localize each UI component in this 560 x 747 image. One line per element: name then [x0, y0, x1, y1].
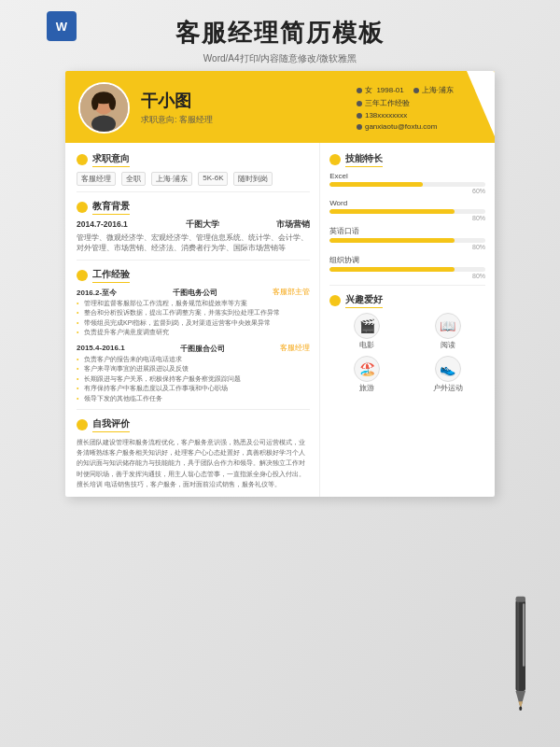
work-item: 有序保持客户中客服态度以及工作事项和中心职场: [77, 384, 310, 394]
contact-phone: 138xxxxxxxx: [357, 111, 407, 120]
skill-pct-english: 80%: [329, 244, 485, 250]
contact-row-3: 138xxxxxxxx: [357, 111, 454, 120]
section-work-heading: 工作经验: [77, 268, 310, 283]
svg-point-11: [519, 707, 522, 712]
section-icon-work: [77, 270, 88, 281]
hobby-label-movie: 电影: [359, 341, 374, 350]
intent-tag-salary: 5K-6K: [198, 172, 228, 186]
movie-icon: 🎬: [354, 313, 380, 339]
skill-pct-word: 80%: [329, 215, 485, 221]
skill-bar-fill-excel: [329, 182, 423, 187]
skill-pct-coord: 80%: [329, 273, 485, 279]
work-list-1: 管理和监督客服部位工作流程，服务规范和提效率等方案 整合和分析投诉数据，提出工作…: [77, 299, 310, 338]
work-role-1: 客服部主管: [273, 288, 310, 298]
skill-bar-fill-english: [329, 238, 454, 243]
edu-period: 2014.7-2016.1: [77, 219, 128, 231]
resume-card: 干小图 求职意向: 客服经理 女 1998-01 上海·浦东: [65, 71, 495, 497]
work-company-1: 千图电务公司: [173, 288, 217, 298]
divider-1: [77, 191, 310, 192]
contact-section: 女 1998-01 上海·浦东 三年工作经验: [357, 85, 454, 131]
section-title-work: 工作经验: [92, 268, 130, 283]
hobby-grid: 🎬 电影 📖 阅读 🏖️ 旅游 👟 户外运动: [329, 313, 485, 393]
svg-point-4: [91, 96, 98, 110]
svg-marker-10: [519, 701, 524, 709]
svg-rect-6: [516, 600, 526, 692]
hobby-movie: 🎬 电影: [329, 313, 404, 350]
contact-phone-text: 138xxxxxxxx: [365, 111, 407, 120]
intent-tag-type: 全职: [121, 172, 146, 186]
section-skills-heading: 技能特长: [329, 152, 485, 167]
work-item: 负责提升客户满意度调查研究: [77, 328, 310, 338]
edu-header: 2014.7-2016.1 千图大学 市场营销: [77, 219, 310, 231]
skill-coord: 组织协调 80%: [329, 255, 485, 279]
section-title-hobbies: 兴趣爱好: [345, 293, 383, 308]
main-title: 客服经理简历模板: [175, 17, 385, 49]
work-item: 领导下发的其他临工作任务: [77, 394, 310, 404]
work-period-1: 2016.2-至今: [77, 288, 117, 298]
divider-3: [77, 409, 310, 410]
skill-english: 英语口语 80%: [329, 226, 485, 250]
skill-bar-bg-coord: [329, 267, 485, 272]
contact-work-text: 三年工作经验: [365, 98, 410, 108]
skill-word: Word 80%: [329, 199, 485, 221]
section-icon-skills: [329, 154, 341, 165]
name-section: 干小图 求职意向: 客服经理: [141, 90, 345, 126]
contact-email: ganxiaotu@foxtu.com: [357, 122, 438, 131]
resume-header: 干小图 求职意向: 客服经理 女 1998-01 上海·浦东: [65, 71, 495, 143]
resume-left: 求职意向 客服经理 全职 上海·浦东 5K-6K 随时到岗 教育背景: [65, 143, 320, 497]
skill-bar-fill-coord: [329, 267, 454, 272]
work-role-2: 客服经理: [280, 344, 310, 354]
intent-tags-row: 客服经理 全职 上海·浦东 5K-6K 随时到岗: [77, 172, 310, 186]
person-name: 干小图: [141, 90, 345, 112]
work-item: 负责客户的报告来的电话电话追求: [77, 355, 310, 365]
contact-dot: [357, 101, 362, 106]
self-eval-text: 擅长团队建设管理和服务流程优化，客户服务意识强，熟悉及公司运营模式，业务清晰熟练…: [77, 437, 310, 489]
hobby-label-travel: 旅游: [359, 384, 374, 393]
resume-body: 求职意向 客服经理 全职 上海·浦东 5K-6K 随时到岗 教育背景: [65, 143, 495, 497]
travel-icon: 🏖️: [354, 356, 380, 382]
hobby-label-reading: 阅读: [441, 341, 455, 350]
hobby-label-outdoor: 户外运动: [433, 384, 463, 393]
intent-tag-avail: 随时到岗: [233, 172, 273, 186]
edu-block-1: 2014.7-2016.1 千图大学 市场营销 管理学、微观经济学、宏观经济学、…: [77, 219, 310, 254]
section-title-eval: 自我评价: [92, 417, 130, 432]
contact-row-1: 女 1998-01 上海·浦东: [357, 85, 454, 95]
header-area: 客服经理简历模板 Word/A4打印/内容随意修改/微软雅黑: [0, 9, 560, 65]
hobby-reading: 📖 阅读: [411, 313, 485, 350]
work-item: 带领组员完成KPI指标，监督到岗，及对渠道运营客中央效果异常: [77, 318, 310, 329]
skill-name-word: Word: [329, 199, 485, 207]
person-subtitle: 求职意向: 客服经理: [141, 114, 345, 126]
work-item: 客户来寻询事宜的进展跟进以及反馈: [77, 364, 310, 374]
contact-dot: [357, 88, 362, 93]
skill-bar-bg-word: [329, 209, 485, 214]
work-item: 长期跟进与客户关系，积极保持客户服务察觉跟踪问题: [77, 374, 310, 385]
work-period-2: 2015.4-2016.1: [77, 344, 125, 354]
divider-right-1: [329, 285, 485, 286]
work-header-1: 2016.2-至今 千图电务公司 客服部主管: [77, 288, 310, 298]
skill-bar-fill-word: [329, 209, 454, 214]
resume-right: 技能特长 Excel 60% Word 80%: [320, 143, 495, 497]
hobby-travel: 🏖️ 旅游: [329, 356, 404, 393]
svg-rect-7: [517, 600, 519, 692]
work-header-2: 2015.4-2016.1 千图服合公司 客服经理: [77, 344, 310, 354]
section-title-intent: 求职意向: [92, 152, 130, 167]
contact-row-2: 三年工作经验: [357, 98, 454, 108]
skill-pct-excel: 60%: [329, 188, 485, 194]
work-block-2: 2015.4-2016.1 千图服合公司 客服经理 负责客户的报告来的电话电话追…: [77, 344, 310, 404]
reading-icon: 📖: [435, 313, 461, 339]
svg-marker-9: [516, 691, 526, 709]
intent-tag-role: 客服经理: [77, 172, 116, 186]
intent-tag-city: 上海·浦东: [151, 172, 192, 186]
contact-dot: [413, 88, 419, 93]
sub-title: Word/A4打印/内容随意修改/微软雅黑: [203, 52, 357, 65]
work-list-2: 负责客户的报告来的电话电话追求 客户来寻询事宜的进展跟进以及反馈 长期跟进与客户…: [77, 355, 310, 404]
skill-name-excel: Excel: [329, 172, 485, 180]
contact-gender-text: 女 1998-01: [365, 85, 404, 95]
hobby-outdoor: 👟 户外运动: [411, 356, 485, 393]
work-item: 管理和监督客服部位工作流程，服务规范和提效率等方案: [77, 299, 310, 309]
contact-dot: [357, 124, 362, 130]
skill-name-english: 英语口语: [329, 226, 485, 236]
skill-name-coord: 组织协调: [329, 255, 485, 265]
avatar: [78, 82, 130, 134]
svg-rect-12: [516, 597, 526, 602]
